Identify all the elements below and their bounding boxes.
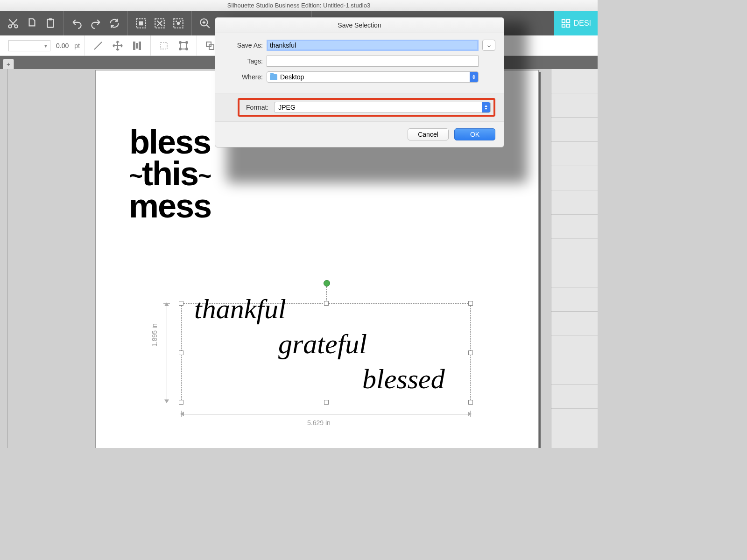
resize-handle-tl[interactable] (179, 301, 183, 306)
line-tool-icon[interactable] (90, 37, 106, 54)
resize-handle-br[interactable] (468, 400, 473, 405)
svg-point-10 (180, 21, 181, 22)
design-tab[interactable]: DESI (554, 11, 598, 35)
tags-input[interactable] (267, 56, 479, 67)
resize-handle-bl[interactable] (179, 400, 183, 405)
svg-point-9 (176, 21, 177, 22)
dimension-horizontal: 5.629 in (181, 410, 471, 418)
vertical-ruler (0, 69, 7, 448)
svg-point-1 (14, 25, 18, 28)
resize-handle-bm[interactable] (324, 400, 329, 405)
svg-rect-21 (136, 43, 138, 48)
bless-line1: bless (129, 126, 211, 158)
svg-point-8 (177, 22, 180, 25)
svg-point-25 (179, 42, 181, 43)
stroke-value: 0.00 (56, 42, 69, 49)
script-word-1: thankful (194, 293, 286, 325)
folder-icon (270, 74, 277, 80)
format-select[interactable]: JPEG (274, 102, 491, 113)
add-tab-button[interactable]: + (3, 59, 14, 69)
refresh-icon[interactable] (105, 14, 124, 33)
transform-icon[interactable] (175, 37, 192, 54)
where-select[interactable]: Desktop (267, 71, 479, 83)
svg-point-28 (186, 48, 188, 50)
save-as-input[interactable] (267, 40, 479, 51)
svg-rect-2 (48, 19, 54, 27)
svg-rect-5 (139, 21, 143, 26)
bless-line3: mess (129, 190, 211, 222)
copy-icon[interactable] (22, 14, 41, 33)
select-style-icon[interactable] (169, 14, 188, 33)
dimension-width-label: 5.629 in (307, 419, 331, 427)
right-panel (551, 69, 598, 448)
where-label: Where: (220, 73, 263, 81)
svg-point-0 (8, 25, 12, 28)
format-label: Format: (246, 104, 268, 111)
resize-handle-tr[interactable] (468, 301, 473, 306)
svg-rect-16 (562, 20, 564, 22)
cut-icon[interactable] (4, 14, 22, 33)
svg-rect-23 (161, 42, 167, 49)
crop-icon[interactable] (155, 37, 172, 54)
format-value: JPEG (278, 104, 296, 111)
expand-button[interactable]: ⌵ (482, 40, 495, 51)
tags-label: Tags: (220, 57, 263, 65)
rotation-handle[interactable] (324, 280, 330, 287)
ok-button[interactable]: OK (454, 128, 495, 140)
chevron-down-icon: ⌵ (487, 42, 491, 49)
resize-handle-ml[interactable] (179, 350, 183, 355)
resize-handle-tm[interactable] (324, 301, 329, 306)
select-arrows-icon (482, 102, 490, 112)
window-title: Silhouette Studio Business Edition: Unti… (227, 2, 370, 9)
select-arrows-icon (470, 72, 478, 82)
deselect-icon[interactable] (150, 14, 169, 33)
dimension-height-label: 1.895 in (151, 323, 158, 347)
script-word-3: blessed (362, 363, 445, 395)
svg-rect-22 (139, 42, 141, 49)
stroke-combo[interactable]: ▼ (8, 40, 50, 51)
svg-rect-20 (134, 42, 135, 49)
where-value: Desktop (280, 73, 304, 81)
paste-icon[interactable] (41, 14, 60, 33)
svg-point-27 (179, 48, 181, 50)
save-selection-dialog: Save Selection Save As: ⌵ Tags: Where: D… (215, 17, 504, 147)
svg-rect-3 (49, 18, 52, 20)
dialog-title: Save Selection (215, 18, 504, 33)
resize-handle-mr[interactable] (468, 350, 473, 355)
redo-icon[interactable] (86, 14, 105, 33)
move-tool-icon[interactable] (109, 37, 126, 54)
save-as-label: Save As: (220, 42, 263, 49)
stroke-unit: pt (74, 42, 80, 49)
script-word-2: grateful (278, 328, 367, 360)
svg-point-26 (186, 42, 188, 43)
bless-line2: ~this~ (129, 158, 211, 189)
align-tool-icon[interactable] (129, 37, 146, 54)
select-all-icon[interactable] (132, 14, 150, 33)
svg-rect-19 (566, 24, 569, 27)
dimension-vertical: 1.895 in (162, 303, 171, 402)
undo-icon[interactable] (68, 14, 86, 33)
title-bar: Silhouette Studio Business Edition: Unti… (0, 0, 598, 11)
text-object-bless[interactable]: bless ~this~ mess (129, 126, 211, 222)
grid-icon (561, 18, 571, 28)
format-highlight-annotation: Format: JPEG (238, 98, 495, 117)
cancel-button[interactable]: Cancel (408, 128, 449, 140)
design-tab-label: DESI (574, 19, 591, 28)
svg-rect-17 (566, 20, 569, 22)
svg-rect-18 (562, 24, 564, 27)
zoom-in-icon[interactable] (196, 14, 214, 33)
